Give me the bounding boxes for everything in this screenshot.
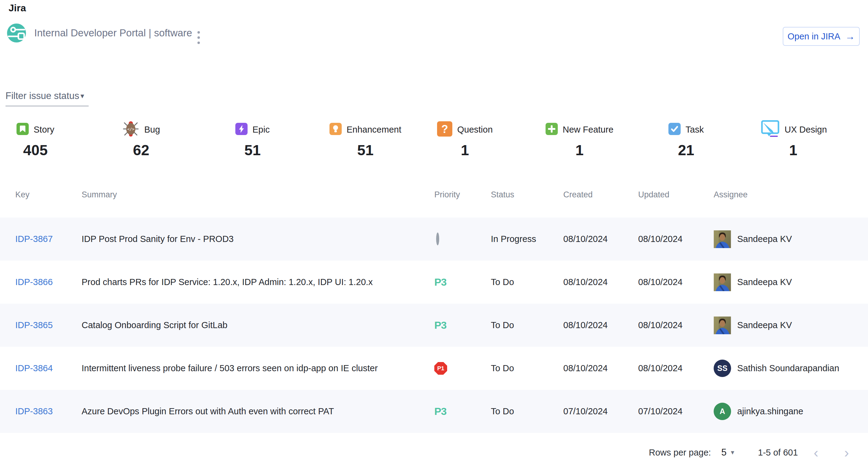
issue-summary: Prod charts PRs for IDP Service: 1.20.x,…: [82, 277, 434, 287]
stat-card-bug[interactable]: </> Bug 62: [122, 120, 160, 159]
stat-card-enhancement[interactable]: Enhancement 51: [330, 120, 401, 159]
table-row[interactable]: IDP-3867 IDP Post Prod Sanity for Env - …: [0, 218, 868, 261]
arrow-right-icon: →: [845, 31, 855, 41]
issue-key-link[interactable]: IDP-3863: [15, 406, 82, 417]
enhancement-icon: [330, 123, 342, 136]
task-icon: [669, 123, 681, 136]
rows-per-page-select[interactable]: 5 ▾: [721, 442, 734, 463]
next-page-button[interactable]: ›: [839, 442, 854, 463]
priority-none-icon: [436, 232, 439, 245]
avatar-initials: SS: [717, 364, 727, 373]
issue-updated-date: 08/10/2024: [638, 277, 714, 287]
stat-label: Epic: [252, 125, 270, 135]
filter-label: Filter issue status: [5, 91, 79, 101]
issue-status: To Do: [491, 277, 563, 287]
stat-card-question[interactable]: ? Question 1: [437, 120, 493, 159]
issue-updated-date: 08/10/2024: [638, 234, 714, 244]
issue-status: To Do: [491, 320, 563, 330]
stat-count: 21: [669, 142, 704, 159]
stat-label: Enhancement: [347, 125, 401, 135]
rows-per-page-label: Rows per page:: [649, 442, 711, 463]
stat-count: 51: [235, 142, 270, 159]
filter-issue-status-dropdown[interactable]: Filter issue status ▾: [5, 91, 89, 106]
issue-updated-date: 08/10/2024: [638, 363, 714, 373]
table-row[interactable]: IDP-3865 Catalog Onboarding Script for G…: [0, 304, 868, 347]
rows-per-page-value: 5: [721, 447, 726, 458]
issue-type-stats: Story 405 </> Bug 62: [0, 120, 868, 163]
stat-card-new-feature[interactable]: New Feature 1: [546, 120, 613, 159]
avatar: SS: [714, 360, 731, 377]
avatar: [714, 230, 731, 248]
avatar: [714, 273, 731, 291]
avatar-initials: A: [719, 407, 725, 416]
stat-count: 1: [437, 142, 493, 159]
issue-created-date: 08/10/2024: [563, 234, 638, 244]
issue-key-link[interactable]: IDP-3865: [15, 320, 82, 330]
issue-status: To Do: [491, 406, 563, 417]
stat-card-task[interactable]: Task 21: [669, 120, 704, 159]
epic-icon: [235, 123, 248, 136]
stat-count: 62: [122, 142, 160, 159]
assignee-name: Sandeepa KV: [737, 320, 792, 330]
question-icon: ?: [437, 121, 452, 138]
chevron-down-icon: ▾: [731, 449, 734, 457]
column-header-summary: Summary: [82, 190, 434, 200]
issue-key-link[interactable]: IDP-3867: [15, 234, 82, 244]
table-row[interactable]: IDP-3863 Azure DevOps Plugin Errors out …: [0, 390, 868, 433]
stat-count: 51: [330, 142, 401, 159]
assignee-name: Sathish Soundarapandian: [737, 363, 839, 373]
stat-label: New Feature: [563, 125, 613, 135]
issue-summary: Azure DevOps Plugin Errors out with Auth…: [82, 406, 434, 417]
column-header-priority: Priority: [434, 190, 491, 200]
avatar: [714, 317, 731, 334]
stat-count: 405: [17, 142, 54, 159]
issue-key-link[interactable]: IDP-3864: [15, 363, 82, 373]
stat-count: 1: [760, 142, 827, 159]
issue-status: In Progress: [491, 234, 563, 244]
chevron-down-icon: ▾: [81, 92, 84, 100]
issue-summary: IDP Post Prod Sanity for Env - PROD3: [82, 234, 434, 244]
column-header-updated: Updated: [638, 190, 714, 200]
issue-created-date: 08/10/2024: [563, 320, 638, 330]
table-header-row: Key Summary Priority Status Created Upda…: [0, 183, 868, 218]
open-in-jira-label: Open in JIRA: [787, 31, 840, 41]
stat-label: Story: [34, 125, 54, 135]
assignee-name: Sandeepa KV: [737, 234, 792, 244]
assignee-name: ajinkya.shingane: [737, 406, 803, 417]
issue-created-date: 08/10/2024: [563, 277, 638, 287]
page-title: Jira: [8, 2, 26, 14]
stat-card-epic[interactable]: Epic 51: [235, 120, 270, 159]
bug-icon: </>: [122, 120, 140, 139]
app-logo-icon: [7, 23, 26, 43]
stat-label: UX Design: [784, 125, 827, 135]
stat-count: 1: [546, 142, 613, 159]
issue-created-date: 07/10/2024: [563, 406, 638, 417]
issues-table: Key Summary Priority Status Created Upda…: [0, 183, 868, 433]
priority-p3-badge: P3: [434, 276, 446, 288]
avatar: A: [714, 403, 731, 420]
issue-updated-date: 08/10/2024: [638, 320, 714, 330]
issue-updated-date: 07/10/2024: [638, 406, 714, 417]
kebab-menu-icon[interactable]: [196, 30, 201, 45]
table-row[interactable]: IDP-3866 Prod charts PRs for IDP Service…: [0, 261, 868, 304]
column-header-created: Created: [563, 190, 638, 200]
issue-created-date: 08/10/2024: [563, 363, 638, 373]
stat-label: Question: [457, 125, 493, 135]
ux-design-icon: [760, 120, 780, 139]
stat-card-story[interactable]: Story 405: [17, 120, 54, 159]
story-icon: [17, 123, 29, 136]
stat-label: Bug: [144, 125, 160, 135]
new-feature-icon: [546, 123, 558, 136]
stat-label: Task: [685, 125, 704, 135]
column-header-status: Status: [491, 190, 563, 200]
pagination-range: 1-5 of 601: [758, 442, 798, 463]
open-in-jira-button[interactable]: Open in JIRA →: [783, 27, 860, 46]
issue-key-link[interactable]: IDP-3866: [15, 277, 82, 287]
priority-p3-badge: P3: [434, 405, 446, 417]
priority-p3-badge: P3: [434, 319, 446, 331]
previous-page-button[interactable]: ‹: [808, 442, 824, 463]
assignee-name: Sandeepa KV: [737, 277, 792, 287]
table-row[interactable]: IDP-3864 Intermittent liveness probe fai…: [0, 347, 868, 390]
stat-card-ux-design[interactable]: UX Design 1: [760, 120, 827, 159]
column-header-assignee: Assignee: [714, 190, 868, 200]
